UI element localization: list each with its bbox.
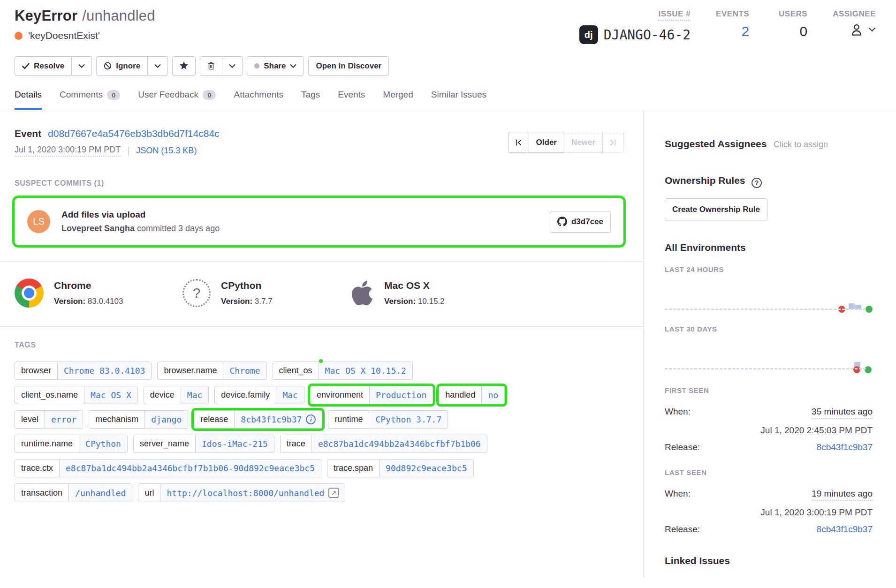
last-seen-relative-time: 19 minutes ago bbox=[812, 489, 873, 501]
issue-short-id[interactable]: DJANGO-46-2 bbox=[604, 27, 691, 43]
oldest-event-button[interactable] bbox=[508, 132, 529, 153]
tab-similar-issues[interactable]: Similar Issues bbox=[431, 90, 486, 110]
assignee-label: ASSIGNEE bbox=[833, 9, 876, 19]
events-count[interactable]: 2 bbox=[741, 23, 749, 39]
skip-to-oldest-icon bbox=[515, 139, 522, 146]
event-timestamp: Jul 1, 2020 3:00:19 PM PDT bbox=[15, 145, 121, 157]
tag-trace: tracee8c87ba1dc494bb2a4346bcfbf7b1b06 bbox=[280, 435, 487, 453]
tab-details[interactable]: Details bbox=[15, 90, 42, 110]
tab-merged[interactable]: Merged bbox=[383, 90, 413, 110]
first-seen-relative-time: 35 minutes ago bbox=[812, 407, 873, 419]
tag-device: deviceMac bbox=[144, 386, 209, 404]
tag-mechanism: mechanismdjango bbox=[89, 410, 188, 429]
tag-url: urlhttp://localhost:8000/unhandled↗ bbox=[138, 483, 345, 502]
first-seen-heading: FIRST SEEN bbox=[665, 386, 873, 394]
suspect-commit-row: LS Add files via upload Lovepreet Sangha… bbox=[15, 198, 623, 245]
chevron-down-icon bbox=[154, 64, 161, 68]
first-seen-date: Jul 1, 2020 2:45:03 PM PDT bbox=[760, 425, 873, 436]
event-label: Event bbox=[15, 128, 41, 139]
issue-header: KeyError/unhandled 'keyDoesntExist' ISSU… bbox=[0, 0, 896, 110]
error-level-dot bbox=[15, 32, 23, 40]
ownership-rules-title: Ownership Rules bbox=[665, 175, 745, 186]
tag-runtime-name: runtime.nameCPython bbox=[15, 435, 128, 453]
unknown-runtime-icon: ? bbox=[182, 279, 211, 307]
last-seen-release-link[interactable]: 8cb43f1c9b37 bbox=[817, 524, 873, 535]
apple-icon bbox=[350, 279, 374, 307]
browser-name: Chrome bbox=[54, 280, 123, 291]
delete-dropdown-button[interactable] bbox=[222, 56, 243, 75]
github-icon bbox=[557, 217, 567, 226]
suggested-assignees-title: Suggested Assignees bbox=[665, 138, 767, 149]
check-icon bbox=[22, 63, 30, 69]
tag-trace-span: trace.span90d892c9eace3bc5 bbox=[327, 459, 473, 477]
tag-client-os: client_osMac OS X 10.15.2 bbox=[273, 362, 413, 380]
older-event-button[interactable]: Older bbox=[529, 132, 564, 153]
context-browser: Chrome Version: 83.0.4103 bbox=[15, 279, 182, 308]
tag-device-family: device.familyMac bbox=[214, 386, 304, 404]
help-icon[interactable]: ? bbox=[752, 178, 762, 188]
title-block: KeyError/unhandled 'keyDoesntExist' bbox=[15, 8, 155, 41]
tag-trace-ctx: trace.ctxe8c87ba1dc494bb2a4346bcfbf7b1b0… bbox=[15, 459, 321, 477]
os-version: 10.15.2 bbox=[418, 297, 445, 306]
skip-to-newest-icon bbox=[609, 139, 616, 146]
tab-comments[interactable]: Comments0 bbox=[60, 90, 120, 110]
issue-message: 'keyDoesntExist' bbox=[28, 30, 100, 41]
share-button[interactable]: Share bbox=[247, 56, 304, 75]
suggested-assignees-hint: Click to assign bbox=[774, 140, 828, 149]
chevron-down-icon bbox=[229, 64, 235, 68]
resolve-dropdown-button[interactable] bbox=[72, 56, 92, 75]
trash-icon bbox=[207, 61, 215, 70]
tab-user-feedback[interactable]: User Feedback0 bbox=[138, 90, 216, 110]
tag-runtime: runtimeCPython 3.7.7 bbox=[328, 410, 448, 429]
ignore-button[interactable]: Ignore bbox=[96, 56, 148, 75]
os-name: Mac OS X bbox=[384, 280, 445, 291]
first-seen-details: When: 35 minutes ago Jul 1, 2020 2:45:03… bbox=[665, 407, 873, 452]
tag-browser-name: browser.nameChrome bbox=[157, 362, 266, 380]
users-label: USERS bbox=[779, 9, 807, 19]
ignore-dropdown-button[interactable] bbox=[148, 56, 168, 75]
delete-button[interactable] bbox=[200, 56, 222, 75]
commit-time: committed 3 days ago bbox=[137, 224, 220, 233]
commit-sha-button[interactable]: d3d7cee bbox=[550, 211, 611, 233]
event-json-link[interactable]: JSON (15.3 KB) bbox=[136, 146, 197, 156]
stat-issue-number: ISSUE # dj DJANGO-46-2 bbox=[579, 9, 691, 44]
suspect-commits-section: SUSPECT COMMITS (1) LS Add files via upl… bbox=[0, 171, 643, 262]
resolve-button[interactable]: Resolve bbox=[15, 56, 72, 75]
info-icon[interactable]: i bbox=[306, 415, 316, 424]
latest-event-header: Event d08d7667e4a5476eb3b3db6d7f14c84c J… bbox=[0, 110, 643, 171]
last-seen-date: Jul 1, 2020 3:00:19 PM PDT bbox=[760, 507, 873, 518]
comments-count-badge: 0 bbox=[107, 90, 120, 100]
assignee-dropdown[interactable] bbox=[849, 22, 876, 38]
tab-events[interactable]: Events bbox=[338, 90, 365, 110]
first-seen-marker-icon bbox=[853, 366, 860, 373]
last-24-hours-label: LAST 24 HOURS bbox=[665, 265, 873, 273]
open-in-discover-button[interactable]: Open in Discover bbox=[308, 56, 389, 75]
first-seen-marker-icon bbox=[838, 306, 845, 313]
bookmark-star-button[interactable] bbox=[172, 56, 196, 75]
issue-stats: ISSUE # dj DJANGO-46-2 EVENTS 2 USERS 0 … bbox=[579, 9, 881, 44]
event-context-summary: Chrome Version: 83.0.4103 ? CPython Vers… bbox=[0, 262, 643, 327]
separator: | bbox=[127, 145, 129, 156]
tag-transaction: transaction/unhandled bbox=[15, 483, 132, 502]
users-count[interactable]: 0 bbox=[799, 23, 807, 39]
annotation-dot bbox=[319, 359, 323, 363]
event-pagination: Older Newer bbox=[508, 132, 623, 153]
tab-attachments[interactable]: Attachments bbox=[234, 90, 283, 110]
first-seen-release-link[interactable]: 8cb43f1c9b37 bbox=[817, 442, 873, 452]
issue-culprit-path: /unhandled bbox=[82, 8, 155, 24]
commit-message: Add files via upload bbox=[61, 210, 539, 220]
ownership-rules-block: Ownership Rules ? bbox=[665, 175, 873, 188]
commit-author: Lovepreet Sangha bbox=[61, 224, 135, 233]
tab-tags[interactable]: Tags bbox=[301, 90, 320, 110]
issue-number-label: ISSUE # bbox=[658, 9, 691, 21]
create-ownership-rule-button[interactable]: Create Ownership Rule bbox=[665, 198, 767, 220]
external-link-icon[interactable]: ↗ bbox=[328, 488, 339, 498]
stat-assignee: ASSIGNEE bbox=[833, 9, 876, 44]
event-details-main: Event d08d7667e4a5476eb3b3db6d7f14c84c J… bbox=[0, 110, 644, 578]
mute-icon bbox=[104, 62, 112, 70]
event-id-link[interactable]: d08d7667e4a5476eb3b3db6d7f14c84c bbox=[48, 128, 220, 139]
feedback-count-badge: 0 bbox=[203, 90, 216, 100]
last-30-days-label: LAST 30 DAYS bbox=[665, 325, 873, 333]
all-environments-title: All Environments bbox=[665, 242, 873, 253]
last-seen-marker-icon bbox=[866, 306, 873, 313]
